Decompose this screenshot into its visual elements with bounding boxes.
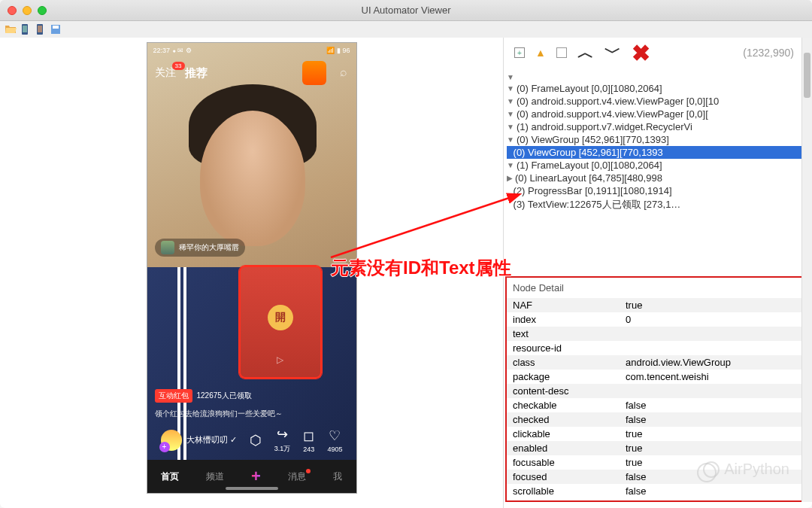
svg-rect-5 [53, 26, 59, 29]
content-area: 22:37 ⬥ ✉ ⚙ 📶 ▮ 96 关注 33 推荐 ⌕ 稀罕你的大厚嘴唇 [0, 38, 812, 508]
next-icon[interactable]: ﹀ [604, 41, 621, 64]
play-icon: ▷ [277, 354, 283, 365]
share-action[interactable]: ↪3.1万 [274, 426, 291, 454]
pill-avatar-icon [161, 241, 174, 254]
red-packet[interactable]: 開 ▷ [239, 266, 322, 379]
search-icon[interactable]: ⌕ [340, 65, 347, 79]
coordinates: (1232,990) [743, 47, 794, 59]
tab-follow[interactable]: 关注 33 [155, 66, 176, 80]
device-dump-icon[interactable] [35, 23, 47, 35]
device-screenshot[interactable]: 22:37 ⬥ ✉ ⚙ 📶 ▮ 96 关注 33 推荐 ⌕ 稀罕你的大厚嘴唇 [147, 42, 357, 494]
scrollbar-thumb[interactable] [804, 53, 810, 98]
caption-count: 122675人已领取 [197, 391, 252, 401]
like-action[interactable]: ♡4905 [327, 427, 342, 453]
delete-icon[interactable]: ✖ [632, 40, 650, 66]
tab-recommend[interactable]: 推荐 [185, 66, 208, 81]
heart-icon: ♡ [329, 427, 341, 444]
toolbar [0, 21, 812, 38]
watermark: AirPython [703, 461, 789, 478]
comment-icon: ◻ [303, 427, 314, 444]
nav-channel[interactable]: 频道 [206, 470, 224, 483]
window-title: UI Automator Viewer [0, 5, 812, 16]
tag-action[interactable]: ⬡ [250, 432, 262, 449]
camera-icon[interactable] [302, 61, 326, 85]
red-packet-seal: 開 [268, 305, 293, 330]
device-screenshot-icon[interactable] [20, 23, 32, 35]
caption-row: 互动红包 122675人已领取 [155, 389, 252, 403]
tree-selected-row: (0) ViewGroup [452,961][770,1393 [507, 146, 809, 159]
follow-badge: 33 [172, 62, 185, 70]
inspector-toolbar: + ▲ ︿ ﹀ ✖ (1232,990) [504, 38, 812, 68]
sub-caption: 领个红包去给流浪狗狗们一些关爱吧～ [155, 409, 283, 419]
status-time: 22:37 ⬥ ✉ ⚙ [153, 47, 192, 54]
warning-icon[interactable]: ▲ [535, 47, 546, 59]
prev-icon[interactable]: ︿ [577, 41, 594, 64]
nav-me[interactable]: 我 [333, 470, 342, 483]
plus-badge-icon[interactable]: + [159, 442, 170, 452]
inspector-panel: + ▲ ︿ ﹀ ✖ (1232,990) ▼ ▼(0) FrameLayout … [504, 38, 812, 508]
expand-all-icon[interactable]: + [514, 47, 525, 58]
save-icon[interactable] [50, 23, 62, 35]
scrollbar[interactable] [801, 38, 812, 502]
svg-rect-1 [23, 26, 27, 32]
nav-plus-icon[interactable]: + [251, 467, 261, 486]
red-tag: 互动红包 [155, 389, 192, 403]
svg-rect-3 [38, 26, 42, 32]
comment-action[interactable]: ◻243 [303, 427, 314, 453]
caption-pill[interactable]: 稀罕你的大厚嘴唇 [155, 239, 245, 257]
tag-icon: ⬡ [250, 432, 262, 449]
wechat-icon [703, 461, 720, 478]
status-battery: 📶 ▮ 96 [326, 47, 350, 54]
hierarchy-tree[interactable]: ▼ ▼(0) FrameLayout [0,0][1080,2064] ▼(0)… [504, 68, 812, 273]
screenshot-panel: 22:37 ⬥ ✉ ⚙ 📶 ▮ 96 关注 33 推荐 ⌕ 稀罕你的大厚嘴唇 [0, 38, 504, 508]
detail-header: Node Detail [507, 278, 804, 298]
notification-dot-icon [306, 469, 311, 473]
nav-home[interactable]: 首页 [161, 470, 179, 483]
user-chip[interactable]: + 大林懵叨叨 ✓ [161, 430, 237, 451]
avatar-icon: + [161, 430, 182, 451]
share-icon: ↪ [277, 426, 288, 443]
open-icon[interactable] [5, 23, 17, 35]
naf-checkbox[interactable] [556, 47, 567, 58]
nav-message[interactable]: 消息 [288, 470, 306, 483]
action-row: + 大林懵叨叨 ✓ ⬡ ↪3.1万 ◻243 ♡4905 [147, 426, 356, 454]
home-indicator [226, 487, 278, 490]
titlebar: UI Automator Viewer [0, 0, 812, 21]
status-bar: 22:37 ⬥ ✉ ⚙ 📶 ▮ 96 [147, 43, 356, 58]
app-window: UI Automator Viewer 22:37 ⬥ ✉ ⚙ 📶 ▮ 96 [0, 0, 812, 508]
